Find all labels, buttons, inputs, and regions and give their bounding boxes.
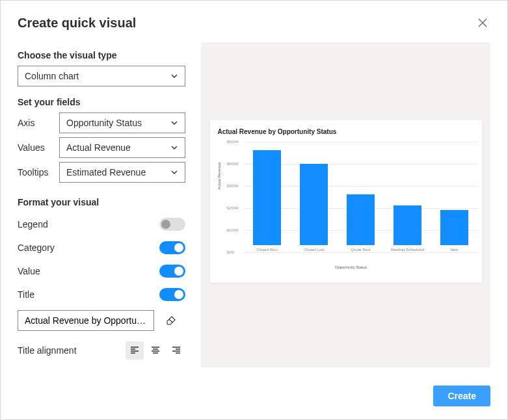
- x-axis-label: Opportunity Status: [335, 265, 368, 269]
- x-tick: New: [450, 248, 458, 252]
- chevron-down-icon: [170, 72, 178, 80]
- category-toggle[interactable]: [159, 241, 185, 254]
- tooltips-value: Estimated Revenue: [66, 167, 146, 177]
- chart-preview: Actual Revenue by Opportunity Status Act…: [210, 120, 482, 283]
- align-right-icon: [171, 345, 181, 356]
- align-left-icon: [129, 345, 140, 356]
- align-center-button[interactable]: [146, 341, 165, 360]
- visual-type-value: Column chart: [25, 71, 79, 81]
- field-label-values: Values: [18, 142, 53, 153]
- align-left-button[interactable]: [126, 341, 144, 360]
- tooltips-select[interactable]: Estimated Revenue: [59, 162, 185, 183]
- format-section-label: Format your visual: [18, 197, 185, 207]
- dialog-title: Create quick visual: [18, 16, 136, 31]
- visual-type-select[interactable]: Column chart: [18, 66, 185, 86]
- field-label-tooltips: Tooltips: [18, 167, 53, 177]
- value-toggle[interactable]: [159, 265, 185, 278]
- close-button[interactable]: [475, 15, 490, 31]
- axis-value: Opportunity Status: [66, 118, 142, 128]
- bar-column: New: [433, 210, 475, 252]
- bar: [440, 210, 468, 245]
- bar-column: Closed Lost: [293, 164, 335, 252]
- y-tick: $500M: [227, 140, 239, 144]
- chart-title: Actual Revenue by Opportunity Status: [218, 128, 479, 135]
- y-tick: $0M: [227, 250, 235, 254]
- preview-panel: Actual Revenue by Opportunity Status Act…: [201, 42, 490, 367]
- category-label: Category: [18, 243, 55, 253]
- chevron-down-icon: [170, 168, 178, 176]
- value-label: Value: [18, 266, 40, 276]
- y-tick: $200M: [227, 206, 239, 210]
- clear-title-button[interactable]: [161, 310, 181, 331]
- values-value: Actual Revenue: [66, 142, 131, 153]
- create-button[interactable]: Create: [433, 386, 490, 406]
- y-tick: $400M: [227, 162, 239, 166]
- bar: [394, 205, 421, 245]
- y-axis-label: Actual Revenue: [217, 162, 221, 189]
- legend-label: Legend: [18, 219, 48, 230]
- x-tick: Closed Lost: [304, 248, 325, 252]
- y-tick: $300M: [227, 184, 239, 188]
- y-tick: $100M: [227, 228, 239, 232]
- x-tick: Quote Sent: [351, 248, 370, 252]
- close-icon: [478, 18, 487, 27]
- x-tick: Meeting Scheduled: [391, 248, 424, 252]
- chevron-down-icon: [170, 119, 178, 127]
- visual-type-label: Choose the visual type: [18, 50, 185, 60]
- bar-column: Meeting Scheduled: [386, 205, 429, 252]
- bar-column: Closed Won: [246, 150, 288, 252]
- title-alignment-label: Title alignment: [18, 345, 77, 356]
- bar: [300, 164, 328, 246]
- bar: [347, 194, 375, 245]
- eraser-icon: [166, 315, 176, 326]
- align-center-icon: [150, 345, 161, 356]
- create-quick-visual-dialog: Create quick visual Choose the visual ty…: [0, 0, 508, 420]
- legend-toggle[interactable]: [159, 218, 185, 231]
- title-input-value: Actual Revenue by Opportunity Status: [25, 315, 147, 326]
- bars: Closed WonClosed LostQuote SentMeeting S…: [244, 142, 478, 252]
- bar-column: Quote Sent: [340, 194, 382, 252]
- fields-section-label: Set your fields: [18, 97, 185, 107]
- chevron-down-icon: [170, 144, 178, 151]
- config-panel: Choose the visual type Column chart Set …: [18, 40, 185, 367]
- title-input[interactable]: Actual Revenue by Opportunity Status: [18, 310, 154, 331]
- title-toggle[interactable]: [159, 288, 185, 301]
- values-select[interactable]: Actual Revenue: [59, 137, 185, 158]
- bar: [253, 150, 281, 245]
- x-tick: Closed Won: [256, 248, 278, 252]
- field-label-axis: Axis: [18, 118, 53, 128]
- align-right-button[interactable]: [167, 341, 185, 360]
- title-toggle-label: Title: [18, 289, 34, 300]
- axis-select[interactable]: Opportunity Status: [59, 112, 185, 133]
